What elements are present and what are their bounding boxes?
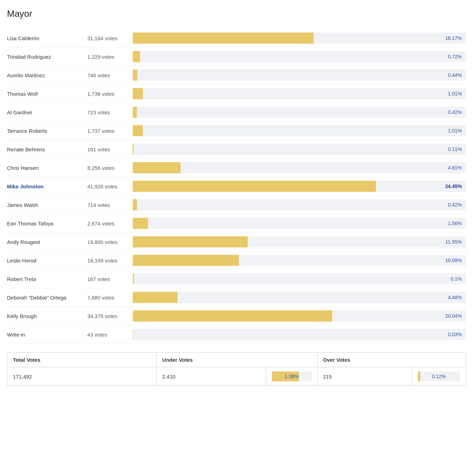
- table-row: Aurelio Martinez746 votes0.44%: [7, 66, 466, 85]
- candidate-name: Thomas Wolf: [7, 91, 87, 97]
- summary-table: Total Votes Under Votes Over Votes 171,4…: [7, 352, 466, 386]
- vote-percentage: 20.04%: [445, 313, 462, 319]
- candidate-name: Kelly Brough: [7, 313, 87, 319]
- candidates-list: Lisa Calderón31,164 votes18.17%Trinidad …: [7, 29, 466, 344]
- vote-percentage: 0.42%: [448, 202, 462, 208]
- under-votes-value: 2,410: [157, 367, 266, 386]
- candidate-votes: 31,164 votes: [87, 35, 133, 41]
- vote-percentage: 0.1%: [451, 276, 462, 282]
- table-row: Lisa Calderón31,164 votes18.17%: [7, 29, 466, 48]
- candidate-votes: 723 votes: [87, 109, 133, 115]
- candidate-votes: 18,339 votes: [87, 258, 133, 264]
- candidate-name: Renate Behrens: [7, 146, 87, 152]
- table-row: Robert Treta167 votes0.1%: [7, 270, 466, 288]
- table-row: Terrance Roberts1,737 votes1.01%: [7, 122, 466, 140]
- candidate-name: Mike Johnston: [7, 183, 87, 189]
- candidate-name: Write-in: [7, 332, 87, 338]
- total-votes-value: 171,492: [7, 367, 157, 386]
- vote-percentage: 1.56%: [448, 221, 462, 226]
- candidate-name: Aurelio Martinez: [7, 72, 87, 78]
- candidate-name: Andy Rougeot: [7, 239, 87, 245]
- page-title: Mayor: [7, 8, 466, 19]
- candidate-votes: 34,375 votes: [87, 313, 133, 319]
- candidate-votes: 7,680 votes: [87, 295, 133, 301]
- vote-percentage: 18.17%: [445, 35, 462, 41]
- vote-bar: 20.04%: [133, 310, 466, 322]
- table-row: Mike Johnston41,926 votes24.45%: [7, 177, 466, 196]
- under-votes-pct: 1.38%: [272, 374, 312, 379]
- candidate-name: Deborah "Debbie" Ortega: [7, 295, 87, 301]
- candidate-name: Ean Thomas Tafoya: [7, 221, 87, 226]
- over-votes-header: Over Votes: [317, 353, 466, 367]
- vote-bar: 1.56%: [133, 218, 466, 229]
- table-row: Write-in43 votes0.03%: [7, 325, 466, 344]
- candidate-votes: 8,256 votes: [87, 165, 133, 171]
- candidate-votes: 41,926 votes: [87, 183, 133, 189]
- vote-percentage: 0.72%: [448, 54, 462, 59]
- vote-percentage: 0.42%: [448, 109, 462, 115]
- vote-percentage: 1.01%: [448, 128, 462, 134]
- vote-percentage: 4.81%: [448, 165, 462, 171]
- vote-bar: 0.42%: [133, 199, 466, 210]
- vote-percentage: 0.44%: [448, 72, 462, 78]
- table-row: Trinidad Rodriguez1,229 votes0.72%: [7, 48, 466, 66]
- candidate-name: Al Gardner: [7, 109, 87, 115]
- over-votes-pct: 0.12%: [418, 374, 460, 379]
- vote-percentage: 11.55%: [445, 239, 462, 245]
- table-row: Kelly Brough34,375 votes20.04%: [7, 307, 466, 325]
- vote-bar: 0.1%: [133, 273, 466, 284]
- vote-bar: 0.11%: [133, 144, 466, 155]
- table-row: Renate Behrens181 votes0.11%: [7, 140, 466, 159]
- vote-percentage: 1.01%: [448, 91, 462, 96]
- vote-bar: 1.01%: [133, 125, 466, 136]
- candidate-name: Terrance Roberts: [7, 128, 87, 134]
- candidate-votes: 1,229 votes: [87, 54, 133, 60]
- table-row: Deborah "Debbie" Ortega7,680 votes4.48%: [7, 288, 466, 307]
- candidate-name: Leslie Herod: [7, 258, 87, 264]
- candidate-votes: 2,674 votes: [87, 221, 133, 226]
- candidate-votes: 181 votes: [87, 146, 133, 152]
- vote-bar: 0.03%: [133, 329, 466, 340]
- vote-percentage: 0.11%: [448, 146, 462, 152]
- vote-bar: 0.44%: [133, 70, 466, 81]
- table-row: Andy Rougeot19,800 votes11.55%: [7, 233, 466, 251]
- vote-bar: 0.72%: [133, 51, 466, 62]
- table-row: Ean Thomas Tafoya2,674 votes1.56%: [7, 214, 466, 233]
- candidate-votes: 1,738 votes: [87, 91, 133, 97]
- total-votes-header: Total Votes: [7, 353, 157, 367]
- over-votes-bar-cell: 0.12%: [412, 367, 466, 386]
- candidate-name: James Walsh: [7, 202, 87, 208]
- candidate-name: Robert Treta: [7, 276, 87, 282]
- candidate-votes: 1,737 votes: [87, 128, 133, 134]
- vote-bar: 1.01%: [133, 88, 466, 99]
- table-row: Thomas Wolf1,738 votes1.01%: [7, 85, 466, 103]
- vote-percentage: 0.03%: [448, 332, 462, 337]
- over-votes-value: 215: [317, 367, 412, 386]
- vote-percentage: 10.69%: [445, 258, 462, 263]
- candidate-votes: 714 votes: [87, 202, 133, 208]
- candidate-votes: 167 votes: [87, 276, 133, 282]
- table-row: James Walsh714 votes0.42%: [7, 196, 466, 214]
- candidate-name: Lisa Calderón: [7, 35, 87, 41]
- candidate-votes: 43 votes: [87, 332, 133, 338]
- vote-bar: 4.48%: [133, 292, 466, 303]
- table-row: Al Gardner723 votes0.42%: [7, 103, 466, 122]
- candidate-votes: 746 votes: [87, 72, 133, 78]
- vote-percentage: 4.48%: [448, 295, 462, 300]
- under-votes-bar-cell: 1.38%: [266, 367, 317, 386]
- candidate-name: Trinidad Rodriguez: [7, 54, 87, 60]
- candidate-votes: 19,800 votes: [87, 239, 133, 245]
- table-row: Leslie Herod18,339 votes10.69%: [7, 251, 466, 270]
- vote-bar: 11.55%: [133, 236, 466, 247]
- table-row: Chris Hansen8,256 votes4.81%: [7, 159, 466, 177]
- candidate-name: Chris Hansen: [7, 165, 87, 171]
- vote-percentage: 24.45%: [445, 183, 462, 189]
- vote-bar: 10.69%: [133, 255, 466, 266]
- vote-bar: 4.81%: [133, 162, 466, 173]
- under-votes-header: Under Votes: [157, 353, 317, 367]
- vote-bar: 0.42%: [133, 107, 466, 118]
- vote-bar: 18.17%: [133, 33, 466, 44]
- vote-bar: 24.45%: [133, 181, 466, 192]
